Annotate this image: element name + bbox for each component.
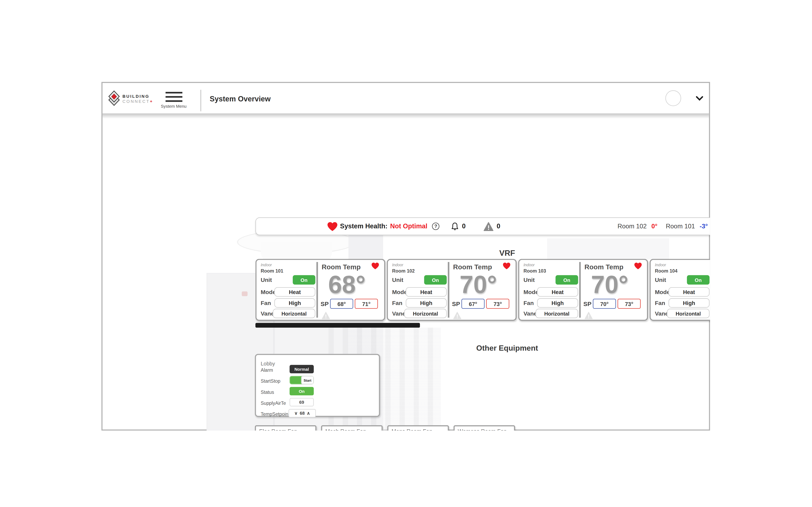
vrf-unit-card-room-103: Indoor Room 103 Unit On Mode Heat Fan Hi… xyxy=(518,259,648,321)
vrf-section-title: VRF xyxy=(203,248,710,257)
room-name: Room 104 xyxy=(655,268,677,274)
system-health-bar: System Health:Not Optimal ? 0 0 Room 102… xyxy=(255,217,710,235)
mode-label: Mode xyxy=(392,289,407,295)
heart-icon xyxy=(635,263,642,270)
mode-select[interactable]: Heat xyxy=(668,287,709,297)
equipment-title: Mens Room Fan xyxy=(392,428,433,431)
room-temp-value: 68° xyxy=(317,272,376,297)
vane-select[interactable]: Horizontal xyxy=(404,309,447,318)
alarm-status-badge: Normal xyxy=(290,365,314,373)
room-name: Room 103 xyxy=(523,268,546,274)
page-title: System Overview xyxy=(210,95,270,103)
setpoint-label: SP xyxy=(320,301,328,307)
mode-label: Mode xyxy=(261,289,276,295)
mode-label: Mode xyxy=(655,289,670,295)
fan-label: Fan xyxy=(655,300,665,306)
zone-label: Indoor xyxy=(392,263,403,267)
fan-label: Fan xyxy=(392,300,402,306)
avatar-circle[interactable] xyxy=(665,90,681,106)
unit-label: Unit xyxy=(392,277,403,283)
chevron-down-icon[interactable]: ∨ xyxy=(294,411,298,415)
brand-name-line2: CONNECT+ xyxy=(122,99,153,104)
room-temp-label: Room Temp xyxy=(321,263,360,271)
heart-icon xyxy=(371,263,379,270)
warning-icon xyxy=(453,312,461,319)
warning-icon[interactable] xyxy=(484,222,494,231)
fan-card-womens-room: Womens Room Fan Alarm Normal StartStop O… xyxy=(454,425,515,431)
vane-select[interactable]: Horizontal xyxy=(667,309,709,318)
vane-label: Vane xyxy=(261,310,274,317)
room-temp-label: Room Temp xyxy=(453,263,492,271)
mode-select[interactable]: Heat xyxy=(537,287,578,297)
header-divider xyxy=(200,90,201,111)
unit-power-button[interactable]: On xyxy=(424,275,447,285)
alert-room-value: 0° xyxy=(651,223,658,230)
room-temp-label: Room Temp xyxy=(585,263,623,271)
unit-label: Unit xyxy=(523,277,535,283)
system-health-status: Not Optimal xyxy=(390,223,427,230)
status-label: Status xyxy=(261,390,274,395)
zone-label: Indoor xyxy=(655,263,666,267)
fan-select[interactable]: High xyxy=(668,298,709,308)
zone-label: Indoor xyxy=(523,263,535,267)
fan-select[interactable]: High xyxy=(274,298,315,308)
warning-icon xyxy=(321,312,330,319)
unit-power-button[interactable]: On xyxy=(556,275,578,285)
cool-setpoint[interactable]: 68° xyxy=(330,299,353,309)
setpoint-label: SP xyxy=(452,301,460,307)
toggle-knob: Start xyxy=(301,376,314,384)
alert-room-name: Room 101 xyxy=(666,223,695,230)
room-temp-value: 70° xyxy=(449,272,508,297)
room-name: Room 101 xyxy=(261,268,283,274)
cool-setpoint[interactable]: 67° xyxy=(461,299,485,309)
equipment-title: Lobby xyxy=(261,361,275,367)
status-badge: On xyxy=(290,387,314,395)
other-equipment-section-title: Other Equipment xyxy=(203,344,710,352)
fan-card-mens-room: Mens Room Fan Alarm Normal StartStop On … xyxy=(387,425,449,431)
heat-setpoint[interactable]: 73° xyxy=(486,299,509,309)
building-connect-logo-icon xyxy=(108,90,120,106)
header-shadow xyxy=(103,113,709,119)
chevron-up-icon[interactable]: ∧ xyxy=(307,411,310,415)
cool-setpoint[interactable]: 70° xyxy=(593,299,616,309)
unit-power-button[interactable]: On xyxy=(293,275,315,285)
vane-select[interactable]: Horizontal xyxy=(273,309,315,318)
system-menu-label: System Menu xyxy=(161,104,187,109)
vrf-unit-card-room-102: Indoor Room 102 Unit On Mode Heat Fan Hi… xyxy=(387,259,517,321)
heart-icon xyxy=(503,263,510,270)
hamburger-menu-icon[interactable] xyxy=(166,92,183,102)
equipment-title: Mech Room Fan xyxy=(325,428,366,431)
horizontal-scrollbar-thumb[interactable] xyxy=(255,323,420,328)
help-icon[interactable]: ? xyxy=(432,223,440,230)
room-name: Room 102 xyxy=(392,268,414,274)
mode-label: Mode xyxy=(523,289,539,295)
fan-select[interactable]: High xyxy=(406,298,447,308)
temp-setpoint-value: 68 xyxy=(300,411,305,416)
lobby-equipment-card: Lobby Alarm Normal StartStop Start Statu… xyxy=(255,354,380,417)
chevron-down-icon[interactable] xyxy=(696,96,703,101)
fan-select[interactable]: High xyxy=(537,298,578,308)
setpoint-label: SP xyxy=(583,301,592,307)
warning-icon xyxy=(585,312,593,319)
vane-label: Vane xyxy=(655,310,668,317)
mode-select[interactable]: Heat xyxy=(406,287,447,297)
vrf-card-row: Indoor Room 101 Unit On Mode Heat Fan Hi… xyxy=(255,259,710,322)
bell-icon[interactable] xyxy=(451,222,459,231)
vrf-unit-card-room-101: Indoor Room 101 Unit On Mode Heat Fan Hi… xyxy=(255,259,385,321)
startstop-toggle[interactable]: Start xyxy=(290,376,314,384)
mode-select[interactable]: Heat xyxy=(274,287,315,297)
heat-setpoint[interactable]: 71° xyxy=(355,299,378,309)
zone-label: Indoor xyxy=(261,263,272,267)
fan-label: Fan xyxy=(261,300,271,306)
unit-power-button[interactable]: On xyxy=(687,275,709,285)
background-logo-mark xyxy=(242,291,247,296)
vane-label: Vane xyxy=(523,310,537,317)
temp-setpoint-stepper[interactable]: ∨ 68 ∧ xyxy=(289,409,316,417)
alert-room-name: Room 102 xyxy=(617,223,647,230)
heart-icon xyxy=(327,222,338,231)
vrf-unit-card-room-104: Indoor Room 104 Unit On Mode Heat Fan Hi… xyxy=(650,259,710,321)
content-area: System Health:Not Optimal ? 0 0 Room 102… xyxy=(101,82,710,431)
vane-select[interactable]: Horizontal xyxy=(536,309,578,318)
alert-room-value: -3° xyxy=(700,223,708,230)
heat-setpoint[interactable]: 73° xyxy=(617,299,641,309)
